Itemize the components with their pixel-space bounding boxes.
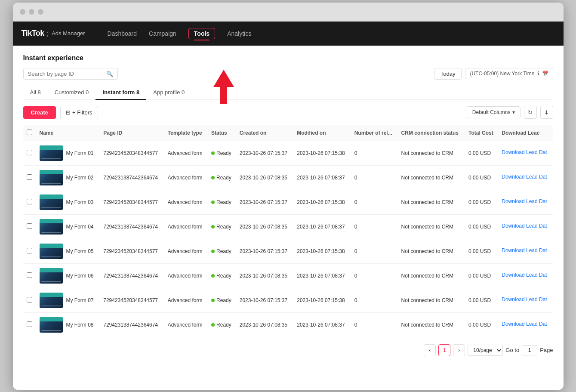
- cell-download-4[interactable]: Download Lead Dat: [498, 239, 553, 263]
- cell-created-4: 2023-10-26 07:15:37: [236, 239, 293, 263]
- row-checkbox-1[interactable]: [27, 174, 32, 180]
- form-thumbnail-0: [40, 145, 63, 161]
- nav-dashboard[interactable]: Dashboard: [108, 30, 137, 37]
- table-row: My Form 01 729423452034834457​7 Advanced…: [23, 141, 553, 165]
- search-box[interactable]: 🔍: [23, 68, 118, 80]
- prev-page-button[interactable]: ‹: [424, 344, 436, 356]
- row-checkbox-cell: [23, 190, 36, 214]
- form-thumbnail-6: [40, 293, 63, 308]
- cell-download-1[interactable]: Download Lead Dat: [498, 165, 553, 190]
- download-link-1[interactable]: Download Lead Dat: [502, 174, 547, 180]
- cell-download-6[interactable]: Download Lead Dat: [498, 288, 553, 312]
- cell-status-7: Ready: [208, 312, 236, 337]
- columns-button[interactable]: Default Columns ▾: [467, 106, 521, 118]
- logo-dot: :: [46, 28, 49, 39]
- search-input[interactable]: [28, 71, 105, 77]
- status-dot-1: [211, 176, 215, 179]
- tab-app-profile[interactable]: App profile 0: [146, 86, 191, 100]
- cell-download-5[interactable]: Download Lead Dat: [498, 263, 553, 288]
- cell-page-id-1: 729423138744236467​4: [100, 165, 164, 190]
- cell-template-7: Advanced form: [164, 312, 208, 337]
- cell-crm-6: Not connected to CRM: [398, 288, 465, 312]
- cell-crm-2: Not connected to CRM: [398, 190, 465, 214]
- cell-cost-5: 0.00 USD: [465, 263, 498, 288]
- row-checkbox-7[interactable]: [27, 321, 32, 327]
- form-thumbnail-2: [40, 194, 63, 210]
- cell-crm-0: Not connected to CRM: [398, 141, 465, 165]
- nav-tools[interactable]: Tools: [188, 28, 215, 39]
- row-checkbox-3[interactable]: [27, 223, 32, 229]
- col-status: Status: [208, 125, 236, 141]
- status-dot-5: [211, 274, 215, 278]
- tab-all[interactable]: All 8: [23, 86, 48, 100]
- create-button[interactable]: Create: [23, 106, 56, 119]
- row-checkbox-0[interactable]: [27, 150, 32, 155]
- page-1-button[interactable]: 1: [438, 344, 450, 356]
- cell-modified-2: 2023-10-26 07:15:38: [293, 190, 351, 214]
- cell-page-id-7: 729423138744236467​4: [100, 312, 164, 337]
- form-thumbnail-5: [40, 268, 63, 284]
- row-checkbox-cell: [23, 263, 36, 288]
- calendar-icon: 📅: [542, 71, 548, 77]
- traffic-light-close[interactable]: [20, 9, 25, 15]
- download-link-2[interactable]: Download Lead Dat: [502, 198, 547, 204]
- table-row: My Form 02 729423138744236467​4 Advanced…: [23, 165, 553, 190]
- cell-download-2[interactable]: Download Lead Dat: [498, 190, 553, 214]
- col-created-on: Created on: [236, 125, 293, 141]
- download-link-6[interactable]: Download Lead Dat: [502, 296, 547, 302]
- row-checkbox-4[interactable]: [27, 248, 32, 253]
- cell-rel-2: 0: [351, 190, 398, 214]
- next-page-button[interactable]: ›: [453, 344, 465, 356]
- traffic-light-minimize[interactable]: [29, 9, 34, 15]
- cell-cost-1: 0.00 USD: [465, 165, 498, 190]
- status-dot-0: [211, 151, 215, 155]
- cell-template-1: Advanced form: [164, 165, 208, 190]
- select-all-checkbox[interactable]: [27, 130, 32, 135]
- row-checkbox-cell: [23, 141, 36, 165]
- cell-download-3[interactable]: Download Lead Dat: [498, 214, 553, 239]
- title-bar: [13, 3, 564, 22]
- download-link-7[interactable]: Download Lead Dat: [502, 321, 547, 327]
- table-body: My Form 01 729423452034834457​7 Advanced…: [23, 141, 553, 337]
- tab-customized[interactable]: Customized 0: [48, 86, 95, 100]
- cell-cost-4: 0.00 USD: [465, 239, 498, 263]
- nav-links: Dashboard Campaign Tools Analytics: [108, 28, 252, 39]
- row-checkbox-6[interactable]: [27, 297, 32, 302]
- today-button[interactable]: Today: [434, 68, 462, 80]
- refresh-button[interactable]: ↻: [524, 106, 537, 119]
- download-link-4[interactable]: Download Lead Dat: [502, 247, 547, 253]
- cell-cost-7: 0.00 USD: [465, 312, 498, 337]
- row-checkbox-2[interactable]: [27, 199, 32, 204]
- row-checkbox-5[interactable]: [27, 272, 32, 278]
- cell-page-id-6: 729423452034834457​7: [100, 288, 164, 312]
- cell-page-id-0: 729423452034834457​7: [100, 141, 164, 165]
- tab-instant-form[interactable]: Instant form 8: [95, 86, 146, 100]
- data-table: Name Page ID Template type Status Create…: [23, 125, 553, 337]
- export-button[interactable]: ⬇: [540, 106, 553, 119]
- cell-modified-6: 2023-10-26 07:15:38: [293, 288, 351, 312]
- timezone-display[interactable]: (UTC-05:00) New York Time ℹ 📅: [465, 68, 553, 79]
- col-name: Name: [36, 125, 100, 141]
- traffic-light-maximize[interactable]: [38, 9, 43, 15]
- cell-download-0[interactable]: Download Lead Dat: [498, 141, 553, 165]
- search-icon: 🔍: [106, 71, 113, 77]
- logo: TikTok : Ads Manager: [22, 28, 85, 39]
- status-dot-2: [211, 201, 215, 204]
- download-link-5[interactable]: Download Lead Dat: [502, 272, 547, 278]
- cell-created-2: 2023-10-26 07:15:37: [236, 190, 293, 214]
- cell-name-1: My Form 02: [36, 165, 100, 190]
- form-thumbnail-3: [40, 219, 63, 235]
- status-dot-4: [211, 250, 215, 253]
- filter-button[interactable]: ⊟ + Filters: [60, 106, 98, 119]
- nav-analytics[interactable]: Analytics: [227, 30, 251, 37]
- download-link-3[interactable]: Download Lead Dat: [502, 223, 547, 229]
- row-checkbox-cell: [23, 288, 36, 312]
- goto-label: Go to: [505, 347, 519, 353]
- cell-name-3: My Form 04: [36, 214, 100, 239]
- cell-page-id-4: 729423452034834457​7: [100, 239, 164, 263]
- goto-input[interactable]: [522, 345, 537, 355]
- nav-campaign[interactable]: Campaign: [149, 30, 176, 37]
- per-page-select[interactable]: 10/page 20/page 50/page: [468, 345, 503, 356]
- cell-download-7[interactable]: Download Lead Dat: [498, 312, 553, 337]
- download-link-0[interactable]: Download Lead Dat: [502, 149, 547, 155]
